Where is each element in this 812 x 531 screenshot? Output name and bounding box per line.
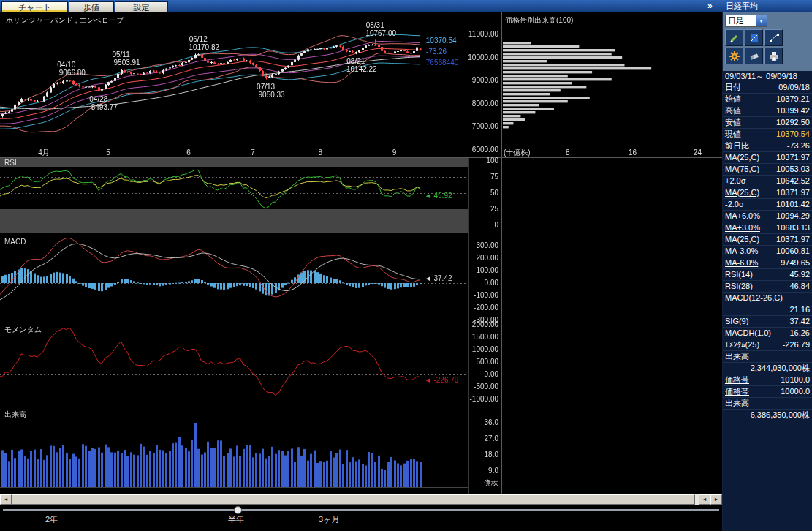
quote-row[interactable]: 価格帯10000.0 bbox=[723, 386, 812, 398]
quote-row-label: 始値 bbox=[725, 94, 741, 105]
tab-tick[interactable]: 歩値 bbox=[69, 1, 114, 12]
pencil-icon bbox=[729, 32, 740, 44]
scrollbar-thumb[interactable] bbox=[12, 494, 695, 505]
quote-panel: 日足 ▼ bbox=[722, 12, 812, 531]
trendline-icon bbox=[768, 32, 780, 44]
eraser-icon bbox=[748, 50, 760, 62]
quote-row-value: -226.79 bbox=[783, 339, 810, 350]
tab-overflow-icon[interactable]: » bbox=[707, 1, 713, 11]
quote-row-label[interactable]: SIG(9) bbox=[725, 316, 748, 327]
quote-row: 2,344,030,000株 bbox=[723, 363, 812, 374]
quote-row: MACD(12-26,C) bbox=[723, 293, 812, 304]
quote-panel-toolbar: 日足 ▼ bbox=[723, 12, 812, 71]
quote-row-value: 10994.29 bbox=[776, 211, 810, 222]
quote-row-value: 10000.0 bbox=[781, 386, 810, 397]
quote-row-value: -73.26 bbox=[787, 140, 810, 151]
quote-row-label: 出来高 bbox=[725, 351, 749, 362]
trendline-tool-button[interactable] bbox=[764, 29, 783, 46]
quote-row-value: 9749.65 bbox=[781, 257, 810, 268]
quote-row-value: 10060.81 bbox=[776, 246, 810, 257]
quote-row-value: 21.16 bbox=[789, 304, 810, 315]
quote-row-label: +2.0σ bbox=[725, 176, 746, 187]
quote-row: 高値10399.42 bbox=[723, 105, 812, 117]
band-tool-button[interactable] bbox=[745, 29, 763, 46]
quote-row[interactable]: MA+3.0%10683.13 bbox=[723, 222, 812, 234]
quote-row-value: 10379.21 bbox=[776, 94, 810, 105]
quote-row-value: 10101.42 bbox=[776, 199, 810, 210]
scrollbar-track[interactable] bbox=[12, 494, 699, 505]
quote-row: RSI(14)45.92 bbox=[723, 269, 812, 281]
quote-row[interactable]: 出来高 bbox=[723, 398, 812, 410]
period-slider-bar: 2年 半年 3ヶ月 bbox=[0, 505, 722, 531]
range-label-2y[interactable]: 2年 bbox=[45, 514, 58, 525]
scroll-step-left-icon[interactable]: ◄ bbox=[699, 494, 710, 505]
scroll-step-right-icon[interactable]: ► bbox=[710, 494, 722, 505]
drawing-tools bbox=[725, 29, 786, 64]
symbol-title: 日経平均 bbox=[726, 0, 758, 12]
chevron-down-icon[interactable]: ▼ bbox=[756, 15, 767, 26]
eraser-tool-button[interactable] bbox=[745, 48, 763, 64]
quote-row-value: 37.42 bbox=[789, 316, 810, 327]
quote-row-value: 45.92 bbox=[789, 269, 810, 280]
quote-row: MA+6.0%10994.29 bbox=[723, 211, 812, 222]
quote-row-label[interactable]: MA-3.0% bbox=[725, 246, 758, 257]
quote-row-label: RSI(14) bbox=[725, 269, 753, 280]
quote-row-label[interactable]: RSI(28) bbox=[725, 281, 753, 292]
range-label-3m[interactable]: 3ヶ月 bbox=[319, 514, 339, 525]
settings-gear-icon bbox=[729, 50, 740, 62]
quote-row-label[interactable]: 出来高 bbox=[725, 398, 749, 409]
quote-row: 6,386,350,000株 bbox=[723, 410, 812, 421]
quote-row-label: MA(25,C) bbox=[725, 234, 759, 245]
quote-row-label: 安値 bbox=[725, 117, 741, 128]
draw-band-icon bbox=[748, 32, 760, 44]
quote-row-value: 10292.50 bbox=[776, 117, 810, 128]
quote-row[interactable]: 価格帯10100.0 bbox=[723, 374, 812, 386]
slider-track[interactable] bbox=[3, 509, 719, 511]
quote-row: MACDH(1.0)-16.26 bbox=[723, 328, 812, 339]
quote-row: 前日比-73.26 bbox=[723, 140, 812, 152]
quote-row: 始値10379.21 bbox=[723, 94, 812, 105]
quote-row-label[interactable]: MA(25,C) bbox=[725, 187, 759, 198]
quote-row-label: ﾓﾒﾝﾀﾑ(25) bbox=[725, 339, 759, 350]
quote-row-value: 10100.0 bbox=[781, 374, 810, 385]
quote-row[interactable]: SIG(9)37.42 bbox=[723, 316, 812, 328]
quote-row: 安値10292.50 bbox=[723, 117, 812, 129]
scroll-left-icon[interactable]: ◄ bbox=[0, 494, 12, 505]
range-label-half-year[interactable]: 半年 bbox=[228, 514, 244, 525]
quote-row-value: 10399.42 bbox=[776, 105, 810, 116]
print-tool-button[interactable] bbox=[764, 48, 783, 64]
quote-row-value: 10053.03 bbox=[776, 164, 810, 175]
quote-row: 21.16 bbox=[723, 304, 812, 316]
quote-row[interactable]: MA-6.0%9749.65 bbox=[723, 257, 812, 269]
quote-row-label[interactable]: 価格帯 bbox=[725, 374, 749, 385]
pencil-tool-button[interactable] bbox=[725, 29, 743, 46]
chart-canvas[interactable] bbox=[0, 12, 722, 494]
trading-app-window: チャート 歩値 設定 » 日経平均 ◄ ◄ ► 2年 半年 3ヶ月 日足 ▼ bbox=[0, 0, 812, 531]
quote-row[interactable]: MA-3.0%10060.81 bbox=[723, 246, 812, 257]
slider-handle[interactable] bbox=[234, 506, 242, 514]
period-range: 09/03/11～ 09/09/18 bbox=[723, 71, 812, 82]
quote-row: MA(25,C)10371.97 bbox=[723, 152, 812, 164]
quote-row[interactable]: MA(75,C)10053.03 bbox=[723, 164, 812, 176]
quote-row-label[interactable]: MA-6.0% bbox=[725, 257, 758, 268]
quote-row-label: -2.0σ bbox=[725, 199, 744, 210]
tab-settings[interactable]: 設定 bbox=[115, 1, 168, 12]
quote-row-label[interactable]: 価格帯 bbox=[725, 386, 749, 397]
quote-row-label[interactable]: MA+3.0% bbox=[725, 222, 760, 233]
tab-chart[interactable]: チャート bbox=[1, 1, 68, 12]
quote-row[interactable]: MA(25,C)10371.97 bbox=[723, 187, 812, 199]
quote-row-value: 2,344,030,000株 bbox=[751, 363, 810, 374]
quote-row[interactable]: RSI(28)46.84 bbox=[723, 281, 812, 293]
horizontal-scrollbar[interactable]: ◄ ◄ ► bbox=[0, 494, 722, 505]
quote-row-value: 10683.13 bbox=[776, 222, 810, 233]
quote-row: 現値10370.54 bbox=[723, 129, 812, 140]
timeframe-select[interactable]: 日足 ▼ bbox=[725, 15, 767, 27]
quote-data: 09/03/11～ 09/09/18 日付09/09/18始値10379.21高… bbox=[723, 71, 812, 531]
quote-row: ﾓﾒﾝﾀﾑ(25)-226.79 bbox=[723, 339, 812, 351]
quote-row-label[interactable]: MA(75,C) bbox=[725, 164, 759, 175]
quote-row-label: MA+6.0% bbox=[725, 211, 760, 222]
quote-row-label: 現値 bbox=[725, 129, 741, 140]
quote-row: MA(25,C)10371.97 bbox=[723, 234, 812, 246]
quote-row: 出来高 bbox=[723, 351, 812, 363]
settings-tool-button[interactable] bbox=[725, 48, 743, 64]
